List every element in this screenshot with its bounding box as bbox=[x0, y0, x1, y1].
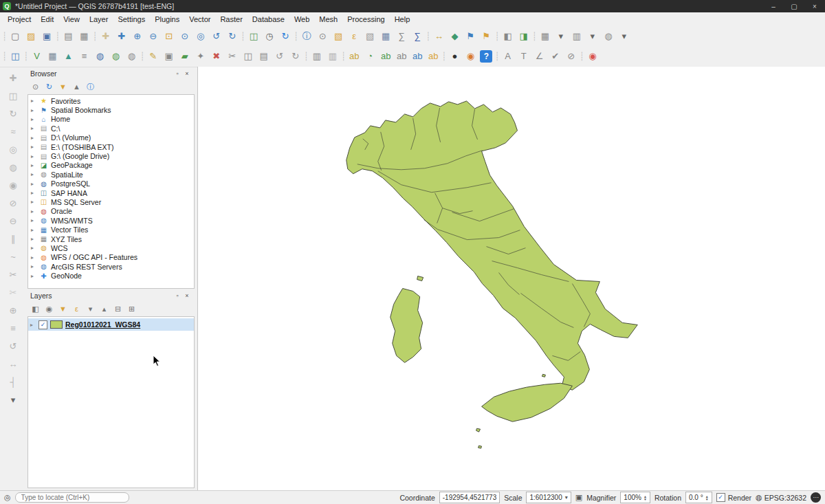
add-postgis-layer-icon[interactable]: ◍ bbox=[92, 49, 107, 64]
menu-item[interactable]: Settings bbox=[113, 14, 150, 25]
browser-item[interactable]: ▸ ▤ E:\ (TOSHIBA EXT) bbox=[28, 142, 194, 151]
delete-selected-icon[interactable]: ✖ bbox=[209, 49, 224, 64]
data-defined-icon[interactable]: ◨ bbox=[516, 29, 531, 44]
expand-all-icon[interactable]: ▾ bbox=[85, 303, 96, 315]
field-calculator-icon[interactable]: ∑ bbox=[394, 29, 409, 44]
add-raster-layer-icon[interactable]: ▦ bbox=[45, 49, 60, 64]
pan-map-icon[interactable]: ✚ bbox=[98, 29, 113, 44]
quickosm-icon[interactable]: ◉ bbox=[463, 49, 478, 64]
raster-group-icon[interactable]: ▦ bbox=[538, 29, 553, 44]
offset-point-symbol-icon[interactable]: ↔ bbox=[5, 356, 21, 372]
expand-caret-icon[interactable]: ▸ bbox=[31, 217, 36, 223]
toolbar-handle[interactable]: ┊ bbox=[294, 29, 298, 44]
toolbar-handle[interactable]: ┊ bbox=[441, 49, 446, 64]
expand-caret-icon[interactable]: ▸ bbox=[31, 171, 36, 177]
menu-item[interactable]: Edit bbox=[36, 14, 58, 25]
expand-caret-icon[interactable]: ▸ bbox=[31, 190, 36, 196]
new-print-layout-icon[interactable]: ▤ bbox=[60, 29, 76, 44]
browser-item[interactable]: ▸ ▤ G:\ (Google Drive) bbox=[28, 151, 194, 160]
lock-scale-icon[interactable]: ▣ bbox=[575, 493, 582, 502]
toolbar-handle[interactable]: ┊ bbox=[494, 29, 499, 44]
browser-item[interactable]: ▸ ▤ D:\ (Volume) bbox=[28, 133, 194, 142]
filter-legend-icon[interactable]: ▼ bbox=[57, 303, 69, 315]
zoom-last-icon[interactable]: ↺ bbox=[209, 29, 224, 44]
copy-move-feature-icon[interactable]: ◫ bbox=[5, 88, 21, 104]
browser-item[interactable]: ▸ ◫ MS SQL Server bbox=[28, 197, 194, 206]
menu-item[interactable]: Raster bbox=[215, 14, 247, 25]
simplify-feature-icon[interactable]: ≈ bbox=[5, 124, 21, 140]
browser-search-icon[interactable]: ⊙ bbox=[30, 81, 41, 93]
render-checkbox-group[interactable]: ✓ Render bbox=[716, 493, 751, 502]
menu-item[interactable]: Help bbox=[390, 14, 415, 25]
browser-item[interactable]: ▸ ◍ SpatiaLite bbox=[28, 170, 194, 179]
open-project-icon[interactable]: ▨ bbox=[23, 29, 38, 44]
browser-item[interactable]: ▸ ◍ WCS bbox=[28, 243, 194, 252]
topology-checker-icon[interactable]: ✔ bbox=[548, 49, 563, 64]
toolbar-handle[interactable]: ┊ bbox=[23, 49, 28, 64]
filter-by-expression-icon[interactable]: ε bbox=[71, 303, 82, 315]
expand-caret-icon[interactable]: ▸ bbox=[31, 181, 36, 187]
new-3d-map-icon[interactable]: ◫ bbox=[246, 29, 261, 44]
layer-visibility-checkbox[interactable]: ✓ bbox=[38, 320, 47, 329]
rotate-point-symbols-icon[interactable]: ↺ bbox=[5, 338, 21, 354]
toolbar-handle[interactable]: ┊ bbox=[2, 29, 7, 44]
toolbar-handle[interactable]: ┊ bbox=[92, 29, 97, 44]
layer-row[interactable]: ▸ ✓ Reg01012021_WGS84 bbox=[28, 318, 194, 331]
statistical-summary-icon[interactable]: ∑ bbox=[410, 29, 425, 44]
chevron-down-icon[interactable]: ▾ bbox=[565, 494, 568, 501]
select-by-expression-icon[interactable]: ε bbox=[346, 29, 362, 44]
legend-caret-icon[interactable]: ▸ bbox=[30, 322, 36, 328]
open-attribute-table-icon[interactable]: ▦ bbox=[378, 29, 393, 44]
toolbar-handle[interactable]: ┊ bbox=[426, 29, 430, 44]
expand-caret-icon[interactable]: ▸ bbox=[31, 135, 36, 141]
messages-button[interactable]: ⋯ bbox=[811, 492, 821, 503]
toolbar-handle[interactable]: ┊ bbox=[580, 49, 584, 64]
zoom-in-icon[interactable]: ⊕ bbox=[130, 29, 145, 44]
toolbar-handle[interactable]: ┊ bbox=[532, 29, 537, 44]
expand-caret-icon[interactable]: ▸ bbox=[31, 208, 36, 215]
rotate-feature-icon[interactable]: ↻ bbox=[5, 106, 21, 122]
minimize-button[interactable]: – bbox=[763, 0, 784, 12]
show-bookmarks-icon[interactable]: ⚑ bbox=[478, 29, 494, 44]
spin-down-icon[interactable]: ▼ bbox=[705, 498, 709, 501]
legend-overflow-icon[interactable]: ⊞ bbox=[126, 303, 138, 315]
add-ring-icon[interactable]: ◎ bbox=[5, 142, 21, 157]
add-wms-layer-icon[interactable]: ◍ bbox=[108, 49, 123, 64]
plugin-alert-icon[interactable]: ◉ bbox=[585, 49, 600, 64]
maximize-button[interactable]: ▢ bbox=[784, 0, 804, 12]
vertex-tool-icon[interactable]: ✦ bbox=[193, 49, 208, 64]
web-group-icon[interactable]: ◍ bbox=[601, 29, 616, 44]
select-region-icon[interactable]: ▥ bbox=[309, 49, 324, 64]
browser-item[interactable]: ▸ ▦ Vector Tiles bbox=[28, 225, 194, 234]
expand-caret-icon[interactable]: ▸ bbox=[31, 144, 36, 150]
zoom-full-icon[interactable]: ⊡ bbox=[162, 29, 177, 44]
browser-item[interactable]: ▸ ⌂ Home bbox=[28, 115, 194, 124]
move-feature-icon[interactable]: ✚ bbox=[5, 70, 21, 86]
expand-caret-icon[interactable]: ▸ bbox=[31, 153, 36, 160]
menu-item[interactable]: Mesh bbox=[314, 14, 342, 25]
dropdown-caret-icon[interactable]: ▾ bbox=[553, 29, 569, 44]
browser-item[interactable]: ▸ ▦ XYZ Tiles bbox=[28, 234, 194, 243]
browser-item[interactable]: ▸ ◍ WMS/WMTS bbox=[28, 216, 194, 225]
temporal-controller-icon[interactable]: ◷ bbox=[262, 29, 277, 44]
menu-item[interactable]: Layer bbox=[85, 14, 113, 25]
close-panel-button[interactable]: × bbox=[182, 292, 192, 299]
filter-browser-icon[interactable]: ▼ bbox=[57, 81, 69, 93]
browser-item[interactable]: ▸ ◍ Oracle bbox=[28, 207, 194, 216]
browser-item[interactable]: ▸ ◫ SAP HANA bbox=[28, 188, 194, 197]
toolbar-handle[interactable]: ┊ bbox=[341, 49, 346, 64]
merge-features-icon[interactable]: ⊕ bbox=[5, 303, 21, 318]
select-features-icon[interactable]: ▧ bbox=[331, 29, 346, 44]
pan-to-selection-icon[interactable]: ✚ bbox=[114, 29, 129, 44]
menu-item[interactable]: View bbox=[58, 14, 85, 25]
manage-map-themes-icon[interactable]: ◉ bbox=[43, 303, 55, 315]
deselect-region-icon[interactable]: ▥ bbox=[325, 49, 340, 64]
spin-arrows[interactable]: ▲ ▼ bbox=[644, 495, 647, 501]
expand-caret-icon[interactable]: ▸ bbox=[31, 245, 36, 251]
close-panel-button[interactable]: × bbox=[182, 70, 192, 77]
merge-attributes-icon[interactable]: ≡ bbox=[5, 320, 21, 336]
render-checkbox[interactable]: ✓ bbox=[716, 493, 725, 502]
add-vector-layer-icon[interactable]: V bbox=[29, 49, 44, 64]
float-panel-button[interactable]: ▫ bbox=[173, 292, 182, 299]
toolbar-handle[interactable]: ┊ bbox=[140, 49, 144, 64]
